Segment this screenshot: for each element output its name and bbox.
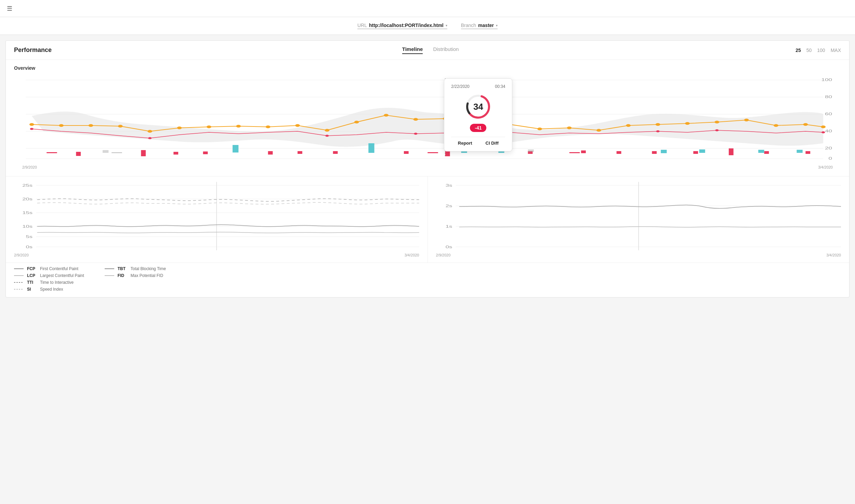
count-max[interactable]: MAX: [831, 48, 841, 53]
lcp-desc: Largest Contentful Paint: [40, 273, 84, 278]
url-chevron-icon: ▾: [446, 24, 447, 27]
svg-text:100: 100: [821, 78, 832, 82]
svg-point-42: [148, 137, 152, 139]
svg-rect-78: [111, 152, 122, 153]
svg-point-44: [414, 133, 417, 135]
legend-tbt: TBT Total Blocking Time: [105, 266, 166, 271]
branch-selector[interactable]: Branch master ▾: [461, 23, 498, 29]
x-end-label: 3/4/2020: [818, 165, 833, 169]
branch-value: master: [478, 23, 494, 28]
svg-rect-76: [797, 150, 802, 153]
fid-line-icon: [105, 274, 114, 277]
si-abbr: SI: [27, 287, 37, 292]
svg-rect-75: [758, 150, 764, 153]
svg-text:0s: 0s: [26, 245, 33, 249]
svg-rect-67: [103, 150, 108, 153]
legend-tti: TTI Time to Interactive: [14, 280, 84, 285]
ci-diff-button[interactable]: CI Diff: [486, 141, 499, 146]
overview-title: Overview: [14, 65, 841, 71]
svg-text:20: 20: [825, 146, 832, 150]
bl-x-end: 3/4/2020: [405, 253, 419, 257]
svg-rect-80: [569, 152, 580, 153]
svg-point-36: [714, 121, 719, 123]
main-chart-svg: 100 80 60 40 20 0: [14, 75, 841, 164]
url-value: http://localhost:PORT/index.html: [369, 23, 444, 28]
fid-abbr: FID: [118, 273, 127, 278]
svg-point-16: [147, 130, 152, 133]
svg-point-22: [325, 129, 329, 132]
svg-rect-68: [233, 145, 238, 152]
legend-fid: FID Max Potential FID: [105, 273, 166, 278]
report-button[interactable]: Report: [458, 141, 472, 146]
svg-point-35: [685, 122, 690, 125]
tbt-desc: Total Blocking Time: [131, 266, 166, 271]
branch-chevron-icon: ▾: [496, 24, 498, 27]
fcp-desc: First Contentful Paint: [40, 266, 78, 271]
tab-distribution[interactable]: Distribution: [433, 46, 459, 54]
lcp-abbr: LCP: [27, 273, 37, 278]
left-legend-col: FCP First Contentful Paint LCP Largest C…: [14, 266, 84, 292]
bottom-left-chart: 25s 20s 15s 10s 5s 0s: [6, 176, 428, 263]
svg-rect-57: [404, 151, 409, 154]
svg-point-17: [177, 127, 182, 129]
svg-text:15s: 15s: [22, 211, 32, 215]
fcp-line-icon: [14, 267, 24, 270]
svg-rect-69: [368, 143, 374, 153]
count-25[interactable]: 25: [795, 48, 801, 53]
svg-point-24: [384, 114, 389, 117]
bottom-left-svg: 25s 20s 15s 10s 5s 0s: [14, 182, 419, 250]
legend-si: SI Speed Index: [14, 287, 84, 292]
tooltip-box: 2/22/2020 00:34 34 -41 Report CI Di: [444, 78, 512, 151]
tooltip-date: 2/22/2020: [451, 84, 469, 89]
svg-rect-79: [428, 152, 438, 153]
right-legend-col: TBT Total Blocking Time FID Max Potentia…: [105, 266, 166, 292]
svg-text:5s: 5s: [26, 235, 33, 239]
svg-point-15: [118, 125, 123, 128]
svg-rect-51: [141, 150, 146, 156]
svg-point-40: [821, 125, 826, 128]
svg-point-21: [295, 124, 300, 127]
svg-point-34: [656, 123, 660, 126]
menu-icon[interactable]: ☰: [7, 5, 12, 12]
svg-text:1s: 1s: [445, 224, 452, 228]
svg-rect-62: [652, 151, 657, 154]
svg-rect-66: [805, 151, 810, 154]
svg-point-30: [537, 128, 542, 130]
url-selector[interactable]: URL http://localhost:PORT/index.html ▾: [357, 23, 447, 29]
tooltip-time: 00:34: [495, 84, 505, 89]
svg-rect-65: [764, 151, 769, 154]
tbt-line-icon: [105, 267, 114, 270]
svg-point-18: [207, 125, 211, 128]
svg-rect-53: [203, 151, 208, 154]
svg-rect-56: [333, 151, 338, 154]
svg-point-31: [567, 127, 572, 129]
panel-title: Performance: [14, 47, 52, 54]
fcp-abbr: FCP: [27, 266, 37, 271]
count-50[interactable]: 50: [806, 48, 812, 53]
tab-timeline[interactable]: Timeline: [402, 46, 423, 54]
tabs-container: Timeline Distribution: [65, 46, 795, 54]
url-label: URL: [357, 23, 367, 28]
svg-rect-64: [729, 148, 734, 155]
url-bar: URL http://localhost:PORT/index.html ▾ B…: [0, 17, 855, 35]
svg-text:0s: 0s: [445, 245, 452, 249]
svg-point-48: [821, 131, 825, 133]
svg-text:40: 40: [825, 129, 832, 133]
svg-point-25: [413, 118, 418, 121]
x-start-label: 2/9/2020: [22, 165, 37, 169]
svg-rect-60: [581, 150, 586, 153]
svg-text:2s: 2s: [445, 204, 452, 208]
legend-lcp: LCP Largest Contentful Paint: [14, 273, 84, 278]
svg-point-12: [29, 123, 34, 126]
svg-point-14: [89, 124, 93, 127]
svg-rect-55: [298, 151, 302, 154]
tooltip-score: 34: [473, 102, 483, 112]
svg-point-43: [325, 135, 329, 137]
tooltip-actions: Report CI Diff: [451, 137, 505, 146]
fid-desc: Max Potential FID: [131, 273, 163, 278]
count-100[interactable]: 100: [817, 48, 825, 53]
tooltip-circle-wrap: 34: [451, 93, 505, 120]
tbt-abbr: TBT: [118, 266, 127, 271]
branch-label: Branch: [461, 23, 476, 28]
svg-text:0: 0: [829, 156, 832, 160]
